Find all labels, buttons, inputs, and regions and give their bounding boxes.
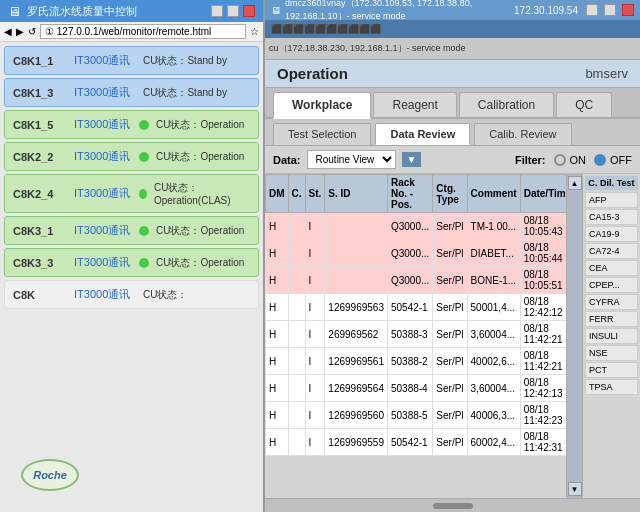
table-row[interactable]: HI126996955950542-1Ser/Pl60002,4...08/18… <box>266 429 567 456</box>
table-header-cell: Rack No. - Pos. <box>387 175 432 213</box>
test-item[interactable]: CEA <box>585 260 638 276</box>
device-status: CU状态：Operation <box>156 256 244 270</box>
device-status: CU状态：Stand by <box>143 54 227 68</box>
right-title-bar: 🖥 dmcz3601vnay（172.30.109.53, 172.18.38.… <box>265 0 640 20</box>
table-cell: H <box>266 267 289 294</box>
table-cell: Ser/Pl <box>433 402 467 429</box>
browser-bar: ◀ ▶ ↺ ① 127.0.0.1/web/monitor/remote.htm… <box>0 22 263 42</box>
reload-icon[interactable]: ↺ <box>28 26 36 37</box>
table-row[interactable]: HI126996956050388-5Ser/Pl40006,3...08/18… <box>266 402 567 429</box>
device-item[interactable]: C8K2_2 IT3000通讯 CU状态：Operation <box>4 142 259 171</box>
right-min-btn[interactable] <box>586 4 598 16</box>
right-max-btn[interactable] <box>604 4 616 16</box>
radio-on-group[interactable]: ON <box>554 154 587 166</box>
subtab-calib.-review[interactable]: Calib. Review <box>474 123 571 145</box>
dropdown-arrow[interactable]: ▼ <box>402 152 422 167</box>
tab-reagent[interactable]: Reagent <box>373 92 456 117</box>
device-item[interactable]: C8K1_3 IT3000通讯 CU状态：Stand by <box>4 78 259 107</box>
table-body: HIQ3000...Ser/PlTM-1 00...08/18 10:05:43… <box>266 213 567 456</box>
data-select[interactable]: Routine View <box>307 150 396 169</box>
test-item[interactable]: CA19-9 <box>585 226 638 242</box>
table-cell: Q3000... <box>387 267 432 294</box>
table-cell: DIABET... <box>467 240 520 267</box>
table-header-cell: Comment <box>467 175 520 213</box>
bottom-bar <box>265 498 640 512</box>
table-row[interactable]: HIQ3000...Ser/PlBONE-1...08/18 10:05:51 <box>266 267 567 294</box>
right-panel: 🖥 dmcz3601vnay（172.30.109.53, 172.18.38.… <box>265 0 640 512</box>
table-cell <box>325 267 388 294</box>
filter-bar: Data: Routine View ▼ Filter: ON OFF <box>265 146 640 174</box>
right-sidebar-header: C.Dil.Test <box>585 176 638 190</box>
test-item[interactable]: PCT <box>585 362 638 378</box>
cu-sub-bar-text: cu（172.18.38.230, 192.168.1.1）- service … <box>269 42 636 55</box>
scroll-down-btn[interactable]: ▼ <box>568 482 582 496</box>
table-cell: I <box>305 348 325 375</box>
star-icon[interactable]: ☆ <box>250 26 259 37</box>
table-cell: H <box>266 294 289 321</box>
device-item[interactable]: C8K1_1 IT3000通讯 CU状态：Stand by <box>4 46 259 75</box>
tab-workplace[interactable]: Workplace <box>273 92 371 119</box>
table-cell <box>288 429 305 456</box>
device-comm: IT3000通讯 <box>74 223 139 238</box>
tab-calibration[interactable]: Calibration <box>459 92 554 117</box>
data-table-wrapper[interactable]: DMC.St.S. IDRack No. - Pos.Ctg. TypeComm… <box>265 174 566 498</box>
table-cell: I <box>305 213 325 240</box>
left-title-icon: 🖥 <box>8 4 21 19</box>
data-table-container: DMC.St.S. IDRack No. - Pos.Ctg. TypeComm… <box>265 174 640 498</box>
test-item[interactable]: AFP <box>585 192 638 208</box>
radio-off-circle[interactable] <box>594 154 606 166</box>
subtab-test-selection[interactable]: Test Selection <box>273 123 371 145</box>
table-cell: H <box>266 213 289 240</box>
device-item[interactable]: C8K2_4 IT3000通讯 CU状态：Operation(CLAS) <box>4 174 259 213</box>
forward-icon[interactable]: ▶ <box>16 26 24 37</box>
table-row[interactable]: HI126996956450388-4Ser/Pl3,60004...08/18… <box>266 375 567 402</box>
sidebar-header-cell: C. <box>588 178 597 188</box>
scroll-up-btn[interactable]: ▲ <box>568 176 582 190</box>
sidebar-header-cell: Test <box>617 178 635 188</box>
header-row: DMC.St.S. IDRack No. - Pos.Ctg. TypeComm… <box>266 175 567 213</box>
test-item[interactable]: CA15-3 <box>585 209 638 225</box>
device-item[interactable]: C8K3_3 IT3000通讯 CU状态：Operation <box>4 248 259 277</box>
maximize-btn[interactable] <box>227 5 239 17</box>
table-row[interactable]: HIQ3000...Ser/PlDIABET...08/18 10:05:44 <box>266 240 567 267</box>
table-cell: I <box>305 267 325 294</box>
table-header-cell: Date/Time <box>520 175 566 213</box>
table-row[interactable]: HI126996956350542-1Ser/Pl50001,4...08/18… <box>266 294 567 321</box>
back-icon[interactable]: ◀ <box>4 26 12 37</box>
device-item[interactable]: C8K IT3000通讯 CU状态： <box>4 280 259 309</box>
test-item[interactable]: CA72-4 <box>585 243 638 259</box>
right-toolbar: cu（172.18.38.230, 192.168.1.1）- service … <box>265 38 640 60</box>
table-cell <box>288 321 305 348</box>
minimize-btn[interactable] <box>211 5 223 17</box>
close-btn[interactable] <box>243 5 255 17</box>
roche-text: Roche <box>33 469 67 481</box>
table-cell <box>325 213 388 240</box>
subtab-data-review[interactable]: Data Review <box>375 123 470 145</box>
table-cell: H <box>266 348 289 375</box>
table-cell: I <box>305 321 325 348</box>
data-table: DMC.St.S. IDRack No. - Pos.Ctg. TypeComm… <box>265 174 566 456</box>
table-cell: 08/18 11:42:31 <box>520 429 566 456</box>
device-item[interactable]: C8K3_1 IT3000通讯 CU状态：Operation <box>4 216 259 245</box>
device-id: C8K3_3 <box>13 257 68 269</box>
table-cell <box>288 240 305 267</box>
test-item[interactable]: INSULI <box>585 328 638 344</box>
radio-off-group[interactable]: OFF <box>594 154 632 166</box>
table-row[interactable]: HI126996956150388-2Ser/Pl40002,6...08/18… <box>266 348 567 375</box>
test-item[interactable]: CPEP... <box>585 277 638 293</box>
table-cell <box>288 213 305 240</box>
table-row[interactable]: HIQ3000...Ser/PlTM-1 00...08/18 10:05:43 <box>266 213 567 240</box>
right-close-btn[interactable] <box>622 4 634 16</box>
sidebar-header-cell: Dil. <box>600 178 614 188</box>
test-item[interactable]: TPSA <box>585 379 638 395</box>
test-item[interactable]: NSE <box>585 345 638 361</box>
url-bar[interactable]: ① 127.0.0.1/web/monitor/remote.html <box>40 24 246 39</box>
table-row[interactable]: HI26996956250388-3Ser/Pl3,60004...08/18 … <box>266 321 567 348</box>
radio-on-circle[interactable] <box>554 154 566 166</box>
device-item[interactable]: C8K1_5 IT3000通讯 CU状态：Operation <box>4 110 259 139</box>
device-status: CU状态：Operation <box>156 118 244 132</box>
left-title-text: 罗氏流水线质量中控制 <box>27 4 137 19</box>
test-item[interactable]: FERR <box>585 311 638 327</box>
test-item[interactable]: CYFRA <box>585 294 638 310</box>
tab-qc[interactable]: QC <box>556 92 612 117</box>
